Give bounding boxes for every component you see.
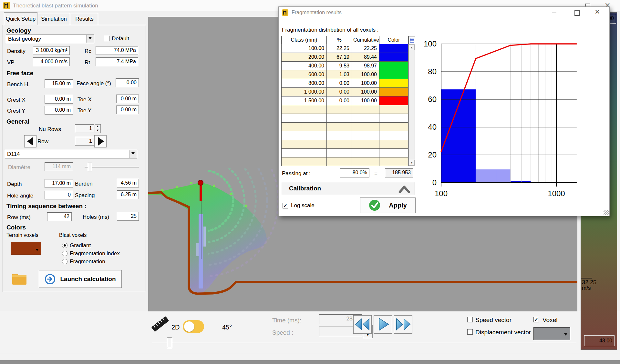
vector-color-dropdown[interactable] — [533, 327, 570, 340]
col-color[interactable]: Color — [379, 36, 408, 44]
crest-x-field[interactable]: 0.00 m — [45, 95, 73, 104]
col-cumulative[interactable]: Cumulative — [352, 36, 379, 44]
scale-marker-unit: m/s — [582, 285, 591, 291]
spin-down-icon: ▼ — [95, 129, 100, 133]
calibration-section[interactable]: Calibration — [281, 182, 415, 195]
depth-label: Depth — [7, 181, 22, 187]
tab-simulation[interactable]: Simulation — [38, 13, 70, 25]
table-row[interactable]: 1 500.000.00100.00 — [282, 96, 408, 105]
face-angle-label: Face angle (°) — [77, 80, 111, 87]
radio-fragmentation-label: Fragmentation — [70, 258, 105, 265]
table-row[interactable]: 400.009.5398.97 — [282, 62, 408, 70]
launch-calculation-button[interactable]: Launch calculation — [39, 270, 122, 288]
radio-fragmentation-index[interactable] — [62, 251, 67, 256]
timeline-slider-handle[interactable] — [167, 338, 172, 348]
scroll-down-icon[interactable]: ▼ — [409, 160, 415, 166]
free-face-heading: Free face — [6, 70, 33, 77]
geology-preset-select[interactable]: Blast geology — [6, 35, 94, 43]
timeline-slider-track[interactable] — [152, 343, 576, 343]
row-previous-button[interactable] — [24, 135, 36, 147]
table-row[interactable]: 600.001.03100.00 — [282, 70, 408, 79]
scroll-up-icon[interactable]: ▲ — [409, 45, 415, 50]
crest-x-label: Crest X — [7, 97, 26, 103]
diameter-slider-track[interactable] — [85, 167, 139, 167]
radio-gradiant[interactable] — [62, 243, 67, 248]
spacing-field[interactable]: 6.25 m — [117, 190, 139, 199]
holes-ms-field[interactable]: 25 — [117, 212, 139, 221]
window-bottom-edge — [0, 360, 620, 364]
col-class[interactable]: Class (mm) — [282, 36, 327, 44]
density-field[interactable]: 3 100.0 kg/m³ — [33, 46, 70, 55]
nu-rows-field[interactable]: 1 — [75, 124, 94, 133]
table-empty-row[interactable] — [282, 131, 408, 140]
terrain-color-dropdown[interactable] — [11, 242, 41, 255]
play-button[interactable] — [374, 315, 392, 334]
table-empty-row[interactable] — [282, 149, 408, 157]
ruler-icon[interactable] — [150, 314, 170, 334]
rewind-button[interactable] — [353, 315, 372, 334]
table-row[interactable]: 100.0022.2522.25 — [282, 44, 408, 53]
log-scale-checkbox[interactable]: ✓ — [283, 203, 288, 208]
row-next-button[interactable] — [94, 135, 107, 147]
passing-percent-field[interactable]: 80.0% — [340, 168, 369, 177]
class-color-swatch — [379, 62, 408, 70]
table-options-button[interactable] — [408, 36, 415, 44]
rt-field[interactable]: 7.4 MPa — [96, 57, 138, 66]
row-field[interactable]: 1 — [75, 137, 94, 146]
table-header-row: Class (mm) % Cumulative Color — [282, 36, 408, 44]
arrow-circle-icon — [45, 274, 56, 285]
dialog-minimize-button[interactable] — [552, 13, 556, 13]
bench-field[interactable]: 15.00 m — [45, 79, 73, 88]
col-percent[interactable]: % — [327, 36, 352, 44]
diameter-slider-handle[interactable] — [88, 163, 92, 171]
table-copy-icon — [410, 38, 414, 43]
displacement-vector-label: Displacement vector — [475, 329, 531, 336]
dialog-resize-grip[interactable] — [604, 210, 609, 215]
table-empty-row[interactable] — [282, 157, 408, 166]
table-empty-row[interactable] — [282, 105, 408, 114]
folder-icon[interactable] — [12, 271, 27, 285]
table-row[interactable]: 200.0067.1989.44 — [282, 53, 408, 62]
table-empty-row[interactable] — [282, 140, 408, 149]
row-ms-field[interactable]: 42 — [47, 212, 72, 221]
displacement-vector-checkbox[interactable]: ✓ — [467, 329, 473, 335]
fast-forward-icon — [394, 315, 412, 334]
face-angle-field[interactable]: 0.00 — [116, 78, 139, 87]
apply-button[interactable]: Apply — [360, 197, 416, 213]
crest-y-field[interactable]: 0.00 m — [45, 106, 73, 115]
tab-results[interactable]: Results — [71, 13, 98, 25]
apply-label: Apply — [389, 202, 407, 209]
class-color-swatch — [379, 79, 408, 88]
speed-label: Speed : — [272, 329, 294, 336]
vp-field[interactable]: 4 000.0 m/s — [33, 57, 70, 66]
dialog-maximize-button[interactable] — [574, 10, 580, 16]
chevron-up-icon[interactable] — [398, 185, 410, 193]
table-scrollbar[interactable]: ▲ ▼ — [408, 44, 415, 166]
tab-quick-setup[interactable]: Quick Setup — [4, 12, 37, 25]
fast-forward-button[interactable] — [394, 315, 412, 334]
nu-rows-stepper[interactable]: ▲▼ — [95, 124, 101, 133]
speed-vector-label: Speed vector — [475, 317, 512, 324]
view-angle-toggle[interactable] — [183, 320, 204, 333]
table-empty-row[interactable] — [282, 114, 408, 123]
rc-field[interactable]: 74.0 MPa — [96, 46, 138, 55]
table-empty-row[interactable] — [282, 123, 408, 131]
table-row[interactable]: 800.000.00100.00 — [282, 79, 408, 88]
radio-fragmentation[interactable] — [62, 259, 67, 264]
toe-x-field[interactable]: 0.00 m — [116, 95, 139, 103]
check-circle-icon — [369, 199, 380, 211]
burden-field[interactable]: 4.56 m — [117, 179, 139, 187]
drill-preset-select[interactable]: D114 — [5, 150, 137, 158]
depth-field[interactable]: 17.00 m — [45, 179, 73, 188]
dialog-close-button[interactable]: ✕ — [594, 8, 600, 16]
chevron-down-icon — [36, 249, 39, 253]
table-row[interactable]: 1 000.000.00100.00 — [282, 88, 408, 96]
speed-vector-checkbox[interactable]: ✓ — [467, 317, 473, 322]
equals-label: = — [374, 170, 377, 177]
nu-rows-label: Nu Rows — [39, 126, 61, 133]
toe-y-field[interactable]: 0.00 m — [116, 106, 139, 114]
toggle-knob — [184, 321, 194, 332]
voxel-checkbox[interactable]: ✓ — [533, 317, 539, 322]
default-checkbox[interactable]: ✓ — [104, 36, 109, 41]
hole-angle-field[interactable]: 0 — [45, 191, 73, 199]
